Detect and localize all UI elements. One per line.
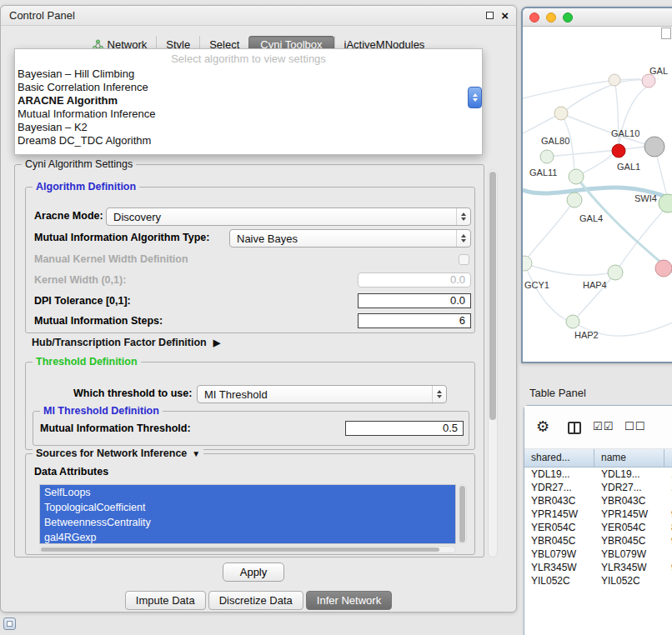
table-row[interactable]: YPR145WYPR145W9. [524, 508, 672, 521]
threshold-definition-title: Threshold Definition [33, 356, 141, 368]
float-window-icon[interactable] [486, 12, 494, 19]
table-row[interactable]: YBR043CYBR043C [524, 494, 672, 508]
table-row[interactable]: YIL052CYIL052C [524, 574, 672, 588]
network-node[interactable] [609, 74, 620, 86]
kernel-width-field[interactable]: 0.0 [358, 272, 471, 288]
network-node-label: GAL10 [611, 128, 639, 138]
table-cell: YBR043C [524, 494, 594, 508]
table-row[interactable]: YDR27...YDR27...12 [524, 481, 672, 494]
algorithm-option[interactable]: Bayesian – K2 [15, 121, 482, 134]
network-overview-box[interactable] [661, 28, 671, 39]
table-cell: 12 [664, 481, 672, 494]
mi-algorithm-type-select[interactable]: Naive Bayes [229, 229, 471, 248]
network-node-label: GCY1 [524, 280, 549, 290]
data-attribute-item[interactable]: BetweennessCentrality [40, 515, 455, 530]
algorithm-option[interactable]: Basic Correlation Inference [15, 81, 482, 94]
aracne-mode-select[interactable]: Discovery [106, 208, 471, 226]
table-row[interactable]: YBR045CYBR045C9. [524, 534, 672, 548]
algorithm-option[interactable]: Mutual Information Inference [15, 108, 482, 121]
data-attribute-item[interactable]: SelfLoops [40, 485, 455, 500]
gear-icon[interactable]: ⚙ [536, 418, 549, 436]
sources-group: Sources for Network Inference ▼ Data Att… [25, 453, 475, 555]
algorithm-definition-title: Algorithm Definition [33, 181, 139, 192]
table-row[interactable]: YBL079WYBL079W [524, 548, 672, 561]
collapsed-arrow-icon: ▶ [213, 338, 220, 348]
scrollbar-thumb[interactable] [489, 172, 496, 420]
network-node-label: GAL80 [541, 136, 569, 146]
scrollbar-thumb[interactable] [459, 486, 465, 542]
table-row[interactable]: YER054CYER054C8. [524, 521, 672, 534]
column-header-name[interactable]: name [594, 449, 664, 467]
network-node[interactable] [567, 192, 582, 208]
sources-title[interactable]: Sources for Network Inference ▼ [33, 448, 203, 459]
table-cell: 9. [664, 534, 672, 548]
dpi-tolerance-label: DPI Tolerance [0,1]: [34, 295, 131, 307]
tab-infer-network[interactable]: Infer Network [306, 591, 392, 610]
table-cell: YBL079W [524, 548, 594, 561]
data-attributes-list[interactable]: SelfLoopsTopologicalCoefficientBetweenne… [39, 484, 456, 544]
network-node[interactable] [523, 256, 532, 271]
columns-icon[interactable] [568, 422, 581, 434]
which-threshold-select[interactable]: MI Threshold [197, 385, 447, 403]
close-icon[interactable]: × [501, 11, 509, 20]
control-panel-titlebar[interactable]: Control Panel × [1, 6, 516, 26]
mi-algorithm-type-label: Mutual Information Algorithm Type: [34, 232, 209, 243]
dpi-tolerance-field[interactable]: 0.0 [358, 293, 471, 308]
table-row[interactable]: YLR345WYLR345W9. [524, 561, 672, 574]
network-node[interactable] [569, 169, 584, 184]
combo-arrows-icon [456, 208, 470, 225]
table-cell: YLR345W [594, 561, 664, 574]
tab-discretize-data[interactable]: Discretize Data [208, 591, 303, 610]
data-attribute-item[interactable]: gal4RGexp [40, 530, 455, 544]
table-cell [664, 574, 672, 588]
algorithm-option[interactable]: Bayesian – Hill Climbing [15, 68, 482, 81]
network-node[interactable] [566, 315, 579, 328]
scrollbar-thumb[interactable] [41, 548, 439, 552]
expanded-arrow-icon: ▼ [192, 449, 200, 458]
minimized-panel-icon[interactable] [3, 618, 16, 630]
table-row[interactable]: YDL19...YDL19...13 [524, 468, 672, 481]
group-title: Cyni Algorithm Settings [22, 158, 136, 170]
mi-threshold-label: Mutual Information Threshold: [40, 422, 191, 434]
table-cell [664, 548, 672, 561]
close-traffic-light[interactable] [529, 12, 539, 22]
algorithm-combo-button-icon[interactable] [468, 87, 482, 108]
attributes-horizontal-scrollbar[interactable] [39, 546, 456, 553]
minimize-traffic-light[interactable] [546, 12, 556, 22]
network-node[interactable] [642, 74, 655, 88]
algorithm-popup-list: Bayesian – Hill ClimbingBasic Correlatio… [15, 68, 482, 148]
manual-kernel-width-checkbox[interactable] [459, 254, 469, 265]
network-node[interactable] [655, 260, 672, 277]
apply-button[interactable]: Apply [223, 562, 284, 582]
network-node[interactable] [612, 144, 625, 158]
zoom-traffic-light[interactable] [563, 12, 573, 22]
kernel-width-label: Kernel Width (0,1): [34, 274, 126, 286]
select-columns-icon[interactable]: ☑☑ [593, 420, 614, 432]
attributes-vertical-scrollbar[interactable] [458, 484, 467, 544]
table-cell: YIL052C [594, 574, 664, 588]
mi-steps-label: Mutual Information Steps: [34, 315, 163, 327]
data-attribute-item[interactable]: TopologicalCoefficient [40, 500, 455, 515]
network-node-label: SWI4 [634, 193, 657, 203]
network-node-label: HAP2 [574, 330, 599, 340]
mi-threshold-field[interactable]: 0.5 [345, 421, 464, 436]
network-window-titlebar[interactable] [523, 8, 672, 27]
hub-tf-definition-toggle[interactable]: Hub/Transcription Factor Definition▶ [32, 337, 220, 348]
mi-steps-field[interactable]: 6 [358, 313, 471, 328]
network-node[interactable] [554, 107, 568, 120]
algorithm-option[interactable]: Dream8 DC_TDC Algorithm [15, 134, 482, 148]
algorithm-option[interactable]: ARACNE Algorithm [15, 94, 482, 108]
deselect-columns-icon[interactable]: ☐☐ [624, 420, 645, 432]
network-node[interactable] [608, 265, 623, 280]
column-header-shared-name[interactable]: shared... [524, 449, 594, 467]
table-cell: 9. [664, 561, 672, 574]
settings-vertical-scrollbar[interactable] [488, 169, 498, 558]
algorithm-dropdown-popup: Select algorithm to view settings Bayesi… [14, 48, 483, 155]
network-node[interactable] [644, 137, 664, 157]
column-header-clipped[interactable] [664, 449, 672, 467]
table-panel-window: ⚙ ☑☑ ☐☐ shared... name YDL19...YDL19...1… [524, 405, 672, 635]
table-rows: YDL19...YDL19...13YDR27...YDR27...12YBR0… [524, 468, 672, 635]
tab-impute-data[interactable]: Impute Data [125, 591, 206, 610]
network-node[interactable] [540, 150, 554, 163]
network-canvas[interactable]: GALGAL80GAL10GAL11GAL1SWI4GAL4GCY1HAP4HA… [523, 27, 672, 362]
